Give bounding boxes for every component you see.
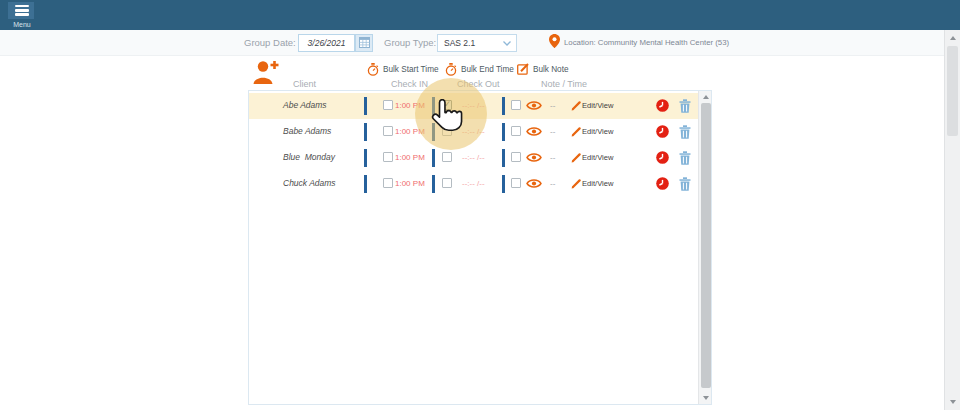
view-note-eye-icon[interactable] — [526, 100, 542, 111]
attendance-table: Abe Adams 1:00 PM --:-- /-- -- Edit/View — [248, 90, 712, 405]
group-type-select[interactable]: SAS 2.1 — [437, 34, 517, 52]
check-out-checkbox[interactable] — [442, 152, 452, 162]
check-out-checkbox[interactable] — [442, 178, 452, 188]
view-note-eye-icon[interactable] — [526, 152, 542, 163]
chevron-down-icon — [503, 41, 511, 46]
bulk-start-time-label: Bulk Start Time — [383, 65, 439, 74]
edit-view-link[interactable]: Edit/View — [582, 179, 614, 188]
table-row: Babe Adams 1:00 PM --:-- /-- -- Edit/Vie… — [249, 119, 698, 145]
page-scrollbar[interactable] — [944, 30, 960, 410]
hamburger-icon — [8, 2, 34, 19]
check-in-time: 1:00 PM — [395, 127, 425, 136]
client-name: Babe Adams — [283, 126, 331, 136]
note-value: -- — [550, 127, 555, 136]
table-row: Chuck Adams 1:00 PM --:-- /-- -- Edit/Vi… — [249, 171, 698, 197]
scroll-down-icon[interactable] — [703, 396, 709, 400]
stopwatch-icon — [445, 63, 457, 76]
time-clock-icon[interactable] — [656, 177, 669, 190]
delete-trash-icon[interactable] — [679, 177, 691, 191]
delete-trash-icon[interactable] — [679, 99, 691, 113]
column-header-client: Client — [293, 79, 316, 89]
divider — [502, 123, 505, 141]
bulk-start-time-button[interactable]: Bulk Start Time — [367, 63, 439, 76]
column-header-check-in: Check IN — [391, 79, 428, 89]
check-out-time: --:-- /-- — [462, 179, 485, 188]
page-scrollbar-thumb[interactable] — [947, 46, 958, 136]
note-checkbox[interactable] — [511, 152, 521, 162]
divider — [432, 123, 435, 141]
note-checkbox[interactable] — [511, 178, 521, 188]
time-clock-icon[interactable] — [656, 99, 669, 112]
bulk-end-time-button[interactable]: Bulk End Time — [445, 63, 514, 76]
page-scroll-up-icon[interactable] — [950, 36, 956, 40]
calendar-grid — [359, 37, 370, 48]
edit-view-link[interactable]: Edit/View — [582, 101, 614, 110]
divider — [364, 123, 367, 141]
time-clock-icon[interactable] — [656, 151, 669, 164]
delete-trash-icon[interactable] — [679, 125, 691, 139]
divider — [432, 175, 435, 193]
bulk-note-button[interactable]: Bulk Note — [517, 63, 569, 75]
table-row: Abe Adams 1:00 PM --:-- /-- -- Edit/View — [249, 93, 698, 119]
column-header-note-time: Note / Time — [541, 79, 587, 89]
edit-view-link[interactable]: Edit/View — [582, 153, 614, 162]
note-checkbox[interactable] — [511, 126, 521, 136]
check-in-checkbox[interactable] — [383, 126, 393, 136]
table-scrollbar[interactable] — [698, 91, 711, 404]
group-date-input[interactable]: 3/26/2021 — [298, 34, 355, 52]
table-row: Blue Monday 1:00 PM --:-- /-- -- Edit/Vi… — [249, 145, 698, 171]
top-bar: Menu — [0, 0, 960, 30]
view-note-eye-icon[interactable] — [526, 126, 542, 137]
divider — [432, 149, 435, 167]
divider — [502, 175, 505, 193]
calendar-icon[interactable] — [355, 34, 373, 52]
divider — [432, 97, 435, 115]
view-note-eye-icon[interactable] — [526, 178, 542, 189]
check-in-checkbox[interactable] — [383, 100, 393, 110]
divider — [502, 97, 505, 115]
divider — [364, 149, 367, 167]
scrollbar-thumb[interactable] — [701, 103, 711, 388]
delete-trash-icon[interactable] — [679, 151, 691, 165]
menu-label: Menu — [7, 21, 37, 28]
note-value: -- — [550, 179, 555, 188]
client-name: Blue Monday — [283, 152, 335, 162]
check-out-time: --:-- /-- — [462, 153, 485, 162]
column-header-check-out: Check Out — [457, 79, 500, 89]
edit-pencil-icon[interactable] — [571, 153, 581, 163]
bulk-end-time-label: Bulk End Time — [461, 65, 514, 74]
check-out-checkbox[interactable] — [442, 126, 452, 136]
group-type-value: SAS 2.1 — [444, 38, 475, 48]
divider — [502, 149, 505, 167]
location-text: Location: Community Mental Health Center… — [564, 38, 729, 47]
check-in-time: 1:00 PM — [395, 153, 425, 162]
table-rows: Abe Adams 1:00 PM --:-- /-- -- Edit/View — [249, 93, 698, 197]
check-in-time: 1:00 PM — [395, 101, 425, 110]
scroll-up-icon[interactable] — [703, 95, 709, 99]
edit-pencil-icon[interactable] — [571, 179, 581, 189]
check-out-checkbox[interactable] — [442, 100, 452, 110]
add-client-button[interactable] — [252, 59, 280, 86]
note-edit-icon — [517, 63, 529, 75]
edit-pencil-icon[interactable] — [571, 127, 581, 137]
group-type-label: Group Type: — [384, 37, 436, 48]
toolbar: Group Date: 3/26/2021 Group Type: SAS 2.… — [0, 30, 944, 56]
note-checkbox[interactable] — [511, 100, 521, 110]
app-window: Menu Group Date: 3/26/2021 Group Type: S… — [0, 0, 960, 410]
note-value: -- — [550, 101, 555, 110]
edit-view-link[interactable]: Edit/View — [582, 127, 614, 136]
check-in-time: 1:00 PM — [395, 179, 425, 188]
note-value: -- — [550, 153, 555, 162]
menu-button[interactable]: Menu — [7, 2, 35, 28]
time-clock-icon[interactable] — [656, 125, 669, 138]
check-in-checkbox[interactable] — [383, 178, 393, 188]
check-out-time: --:-- /-- — [462, 127, 485, 136]
edit-pencil-icon[interactable] — [571, 101, 581, 111]
location-pin-icon — [549, 34, 560, 48]
page-scroll-down-icon[interactable] — [950, 400, 956, 404]
group-date-label: Group Date: — [244, 37, 296, 48]
check-in-checkbox[interactable] — [383, 152, 393, 162]
client-name: Chuck Adams — [283, 178, 336, 188]
stopwatch-icon — [367, 63, 379, 76]
divider — [364, 97, 367, 115]
